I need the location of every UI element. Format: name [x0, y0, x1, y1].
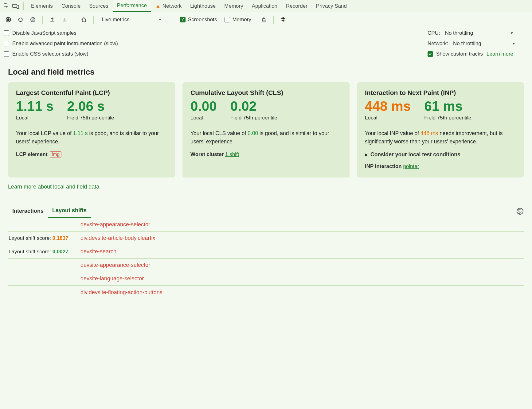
- cls-title: Cumulative Layout Shift (CLS): [190, 89, 342, 96]
- learn-more-data-link[interactable]: Learn more about local and field data: [8, 184, 99, 190]
- device-toggle-icon[interactable]: [11, 2, 20, 11]
- shortcuts-icon[interactable]: [278, 14, 288, 25]
- cpu-throttle-select[interactable]: No throttling ▼: [445, 30, 514, 36]
- gc-icon[interactable]: [259, 14, 269, 25]
- lcp-element-line: LCP element img: [16, 151, 167, 158]
- reload-record-icon[interactable]: [15, 14, 26, 25]
- enable-css-selector-label: Enable CSS selector stats (slow): [12, 51, 88, 57]
- inp-field-value: 61 ms: [424, 99, 471, 113]
- shifted-element[interactable]: devsite-appearance-selector: [80, 221, 150, 228]
- cls-worst-line: Worst cluster 1 shift: [190, 151, 342, 158]
- list-item: Layout shift score: 0.0027 devsite-searc…: [8, 245, 524, 259]
- shifted-element[interactable]: div.devsite-article-body.clearfix: [80, 235, 155, 241]
- cls-local-value: 0.00: [190, 99, 217, 113]
- enable-adv-paint-checkbox[interactable]: Enable advanced paint instrumentation (s…: [4, 41, 118, 47]
- inp-title: Interaction to Next Paint (INP): [365, 89, 516, 96]
- toolbar-sep-1: [42, 16, 43, 24]
- main-content: Local and field metrics Largest Contentf…: [0, 61, 532, 308]
- screenshots-label: Screenshots: [188, 17, 217, 23]
- lcp-title: Largest Contentful Paint (LCP): [16, 89, 167, 96]
- tabstrip-divider: [23, 2, 24, 10]
- learn-more-link[interactable]: Learn more: [487, 51, 513, 57]
- inp-body: Your local INP value of 448 ms needs imp…: [365, 129, 516, 146]
- tab-elements[interactable]: Elements: [27, 0, 57, 12]
- lower-tabs: Interactions Layout shifts ⃠: [8, 205, 524, 218]
- shifted-element[interactable]: devsite-search: [80, 248, 116, 255]
- warning-icon: ▲: [155, 3, 161, 9]
- svg-line-7: [31, 18, 34, 21]
- cls-field-value: 0.02: [230, 99, 277, 113]
- toolbar-sep-2: [74, 16, 74, 24]
- lcp-field-value: 2.06 s: [67, 99, 114, 113]
- memory-label: Memory: [233, 17, 251, 23]
- home-icon[interactable]: [79, 14, 89, 25]
- chevron-down-icon: ▼: [158, 18, 162, 22]
- disable-js-samples-checkbox[interactable]: Disable JavaScript samples: [4, 30, 76, 36]
- tab-console[interactable]: Console: [57, 0, 85, 12]
- network-throttle-select[interactable]: No throttling ▼: [453, 41, 516, 47]
- cpu-label: CPU:: [428, 30, 440, 36]
- tab-interactions[interactable]: Interactions: [8, 205, 48, 217]
- performance-settings: Disable JavaScript samples Enable advanc…: [0, 27, 532, 61]
- mode-select-label: Live metrics: [102, 17, 130, 23]
- clear-list-icon[interactable]: ⃠: [517, 208, 523, 215]
- screenshots-checkbox[interactable]: Screenshots: [180, 17, 217, 23]
- tab-layout-shifts[interactable]: Layout shifts: [48, 205, 91, 218]
- lcp-body: Your local LCP value of 1.11 s is good, …: [16, 129, 167, 146]
- network-label: Network:: [428, 41, 448, 47]
- inp-local-label: Local: [365, 115, 411, 121]
- clear-icon[interactable]: [28, 14, 38, 25]
- lcp-element-tag[interactable]: img: [50, 151, 61, 158]
- cls-body: Your local CLS value of 0.00 is good, an…: [190, 129, 342, 146]
- inspect-icon[interactable]: [2, 2, 11, 11]
- checkbox-empty-icon: [4, 41, 9, 46]
- shift-score: 0.1837: [53, 235, 68, 241]
- enable-css-selector-checkbox[interactable]: Enable CSS selector stats (slow): [4, 51, 88, 57]
- devtools-tabstrip: Elements Console Sources Performance ▲Ne…: [0, 0, 532, 12]
- lcp-local-value: 1.11 s: [16, 99, 53, 113]
- tab-memory[interactable]: Memory: [220, 0, 247, 12]
- chevron-down-icon: ▼: [510, 31, 514, 35]
- inp-local-value: 448 ms: [365, 99, 411, 113]
- checkbox-checked-icon: [428, 51, 433, 57]
- cpu-value: No throttling: [445, 30, 473, 36]
- network-value: No throttling: [453, 41, 481, 47]
- tab-application[interactable]: Application: [248, 0, 282, 12]
- cls-card: Cumulative Layout Shift (CLS) 0.00 Local…: [182, 82, 350, 177]
- show-custom-tracks-checkbox[interactable]: Show custom tracks: [428, 51, 483, 57]
- download-icon[interactable]: [59, 14, 70, 25]
- tab-lighthouse[interactable]: Lighthouse: [186, 0, 220, 12]
- lcp-field-label: Field 75th percentile: [67, 115, 114, 121]
- list-item: div.devsite-floating-action-buttons: [8, 286, 524, 299]
- inp-consider-expand[interactable]: ▶ Consider your local test conditions: [365, 151, 516, 158]
- svg-rect-1: [13, 4, 17, 7]
- page-title: Local and field metrics: [8, 67, 524, 77]
- inp-card: Interaction to Next Paint (INP) 448 ms L…: [357, 82, 524, 177]
- shifted-element[interactable]: devsite-language-selector: [80, 275, 144, 282]
- checkbox-empty-icon: [4, 51, 9, 57]
- lcp-local-label: Local: [16, 115, 53, 121]
- tab-privacy[interactable]: Privacy Sand: [312, 0, 351, 12]
- shift-score: 0.0027: [53, 249, 68, 255]
- checkbox-empty-icon: [4, 30, 9, 36]
- mode-select[interactable]: Live metrics ▼: [98, 14, 166, 25]
- memory-checkbox[interactable]: Memory: [225, 17, 251, 23]
- tab-network[interactable]: ▲Network: [151, 0, 186, 12]
- shifted-element[interactable]: div.devsite-floating-action-buttons: [80, 289, 162, 296]
- lcp-card: Largest Contentful Paint (LCP) 1.11 s Lo…: [8, 82, 175, 177]
- layout-shift-list: devsite-appearance-selector Layout shift…: [8, 218, 524, 299]
- tab-performance[interactable]: Performance: [113, 0, 151, 12]
- record-icon[interactable]: [3, 14, 14, 25]
- upload-icon[interactable]: [47, 14, 57, 25]
- list-item: devsite-language-selector: [8, 272, 524, 286]
- toolbar-sep-4: [170, 16, 170, 24]
- toolbar-sep-5: [273, 16, 274, 24]
- inp-interaction-line: INP interaction pointer: [365, 163, 516, 169]
- tab-recorder[interactable]: Recorder: [282, 0, 312, 12]
- inp-interaction-link[interactable]: pointer: [403, 163, 419, 169]
- tab-sources[interactable]: Sources: [85, 0, 112, 12]
- shifted-element[interactable]: devsite-appearance-selector: [80, 262, 150, 268]
- list-item: Layout shift score: 0.1837 div.devsite-a…: [8, 232, 524, 245]
- cls-worst-link[interactable]: 1 shift: [225, 151, 239, 157]
- enable-adv-paint-label: Enable advanced paint instrumentation (s…: [12, 41, 118, 47]
